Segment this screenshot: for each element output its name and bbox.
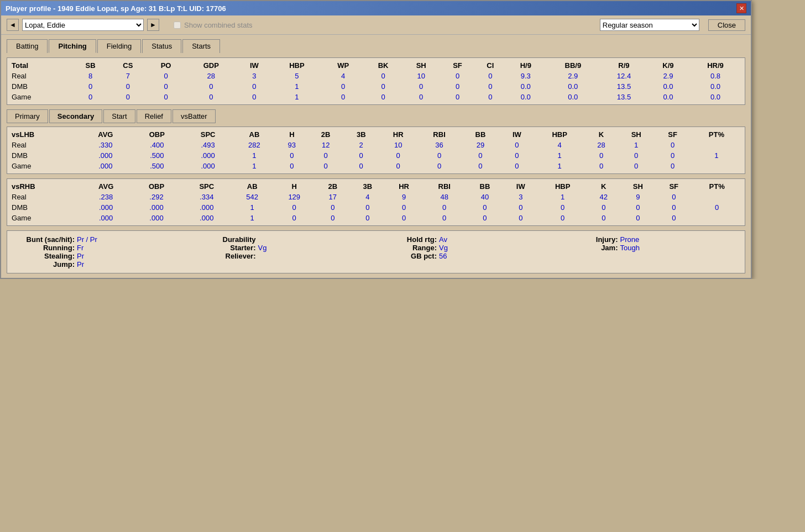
gb-pct-label: GB pct: bbox=[376, 252, 437, 260]
hold-rtg-label: Hold rtg: bbox=[376, 235, 437, 244]
combined-stats-checkbox[interactable] bbox=[174, 22, 181, 29]
vslhb-game: Game .000 .500 .000 1 0 0 0 0 0 0 0 1 0 bbox=[9, 161, 743, 171]
col-k9: K/9 bbox=[648, 60, 688, 71]
subtab-secondary[interactable]: Secondary bbox=[49, 109, 102, 123]
subtabs: Primary Secondary Start Relief vsBatter bbox=[7, 109, 745, 123]
combined-stats-label: Show combined stats bbox=[184, 21, 253, 29]
col-bb9: BB/9 bbox=[546, 60, 600, 71]
hold-rtg-value: Av bbox=[439, 235, 447, 244]
starter-row: Starter: Vg bbox=[195, 244, 377, 252]
row-label: Game bbox=[9, 92, 72, 102]
subtab-vsbatter[interactable]: vsBatter bbox=[172, 109, 216, 123]
col-total: Total bbox=[9, 60, 72, 71]
jam-row: Jam: Tough bbox=[557, 244, 739, 252]
player-info-section: Bunt (sac/hit): Pr / Pr Running: Fr Stea… bbox=[7, 230, 745, 273]
col-sh: SH bbox=[402, 60, 440, 71]
season-select[interactable]: Regular season bbox=[600, 19, 699, 31]
tab-batting[interactable]: Batting bbox=[7, 39, 48, 53]
info-col-1: Bunt (sac/hit): Pr / Pr Running: Fr Stea… bbox=[14, 235, 195, 268]
range-label: Range: bbox=[376, 244, 437, 252]
vslhb-dmb: DMB .000 .500 .000 1 0 0 0 0 0 0 0 1 0 bbox=[9, 150, 743, 161]
close-window-button[interactable]: ✕ bbox=[736, 3, 746, 13]
gb-pct-value: 56 bbox=[439, 252, 447, 260]
col-wp: WP bbox=[322, 60, 364, 71]
col-cs: CS bbox=[109, 60, 147, 71]
range-value: Vg bbox=[439, 244, 448, 252]
jump-value: Pr bbox=[77, 260, 84, 268]
vsrhb-real: Real .238 .292 .334 542 129 17 4 9 48 40… bbox=[9, 192, 743, 202]
col-gdp: GDP bbox=[185, 60, 237, 71]
col-r9: R/9 bbox=[600, 60, 648, 71]
vslhb-header: vsLHB AVG OBP SPC AB H 2B 3B HR RBI BB I… bbox=[9, 129, 743, 140]
row-label: DMB bbox=[9, 81, 72, 92]
col-bk: BK bbox=[364, 60, 402, 71]
col-sf: SF bbox=[440, 60, 475, 71]
injury-label: Injury: bbox=[557, 235, 618, 244]
bunt-row: Bunt (sac/hit): Pr / Pr bbox=[14, 235, 195, 244]
pitching-row-game: Game 0 0 0 0 0 1 0 0 0 0 0 0.0 0.0 bbox=[9, 92, 743, 102]
injury-row: Injury: Prone bbox=[557, 235, 739, 244]
window-title: Player profile - 1949 Eddie Lopat, sp Ag… bbox=[6, 4, 226, 13]
vsrhb-dmb: DMB .000 .000 .000 1 0 0 0 0 0 0 0 0 0 bbox=[9, 202, 743, 213]
stealing-value: Pr bbox=[77, 252, 84, 260]
durability-label: Durability bbox=[195, 235, 256, 244]
stealing-label: Stealing: bbox=[14, 252, 75, 260]
vsrhb-header: vsRHB AVG OBP SPC AB H 2B 3B HR RBI BB I… bbox=[9, 181, 743, 192]
jam-value: Tough bbox=[620, 244, 640, 252]
hold-rtg-row: Hold rtg: Av bbox=[376, 235, 557, 244]
vslhb-real: Real .330 .400 .493 282 93 12 2 10 36 29… bbox=[9, 140, 743, 150]
reliever-row: Reliever: bbox=[195, 252, 377, 260]
pitching-stats-section: Total SB CS PO GDP IW HBP WP BK SH SF CI… bbox=[7, 57, 745, 105]
range-row: Range: Vg bbox=[376, 244, 557, 252]
content-area: Total SB CS PO GDP IW HBP WP BK SH SF CI… bbox=[1, 53, 751, 278]
stealing-row: Stealing: Pr bbox=[14, 252, 195, 260]
bunt-value: Pr / Pr bbox=[77, 235, 97, 244]
vsrhb-table: vsRHB AVG OBP SPC AB H 2B 3B HR RBI BB I… bbox=[9, 181, 743, 223]
subtab-start[interactable]: Start bbox=[103, 109, 135, 123]
tab-pitching[interactable]: Pitching bbox=[49, 39, 96, 53]
pitching-table-header-row: Total SB CS PO GDP IW HBP WP BK SH SF CI… bbox=[9, 60, 743, 71]
row-label: Real bbox=[9, 71, 72, 81]
vslhb-section: vsLHB AVG OBP SPC AB H 2B 3B HR RBI BB I… bbox=[7, 127, 745, 174]
prev-player-button[interactable]: ◄ bbox=[7, 19, 19, 31]
col-sb: SB bbox=[72, 60, 109, 71]
col-h9: H/9 bbox=[505, 60, 546, 71]
running-label: Running: bbox=[14, 244, 75, 252]
vsrhb-section: vsRHB AVG OBP SPC AB H 2B 3B HR RBI BB I… bbox=[7, 178, 745, 226]
next-player-button[interactable]: ► bbox=[147, 19, 159, 31]
info-col-3: Hold rtg: Av Range: Vg GB pct: 56 bbox=[376, 235, 557, 268]
col-hbp: HBP bbox=[271, 60, 322, 71]
info-col-2: Durability Starter: Vg Reliever: bbox=[195, 235, 377, 268]
pitching-row-dmb: DMB 0 0 0 0 0 1 0 0 0 0 0 0.0 0.0 bbox=[9, 81, 743, 92]
bunt-label: Bunt (sac/hit): bbox=[14, 235, 75, 244]
running-row: Running: Fr bbox=[14, 244, 195, 252]
player-select[interactable]: Lopat, Eddie bbox=[22, 19, 144, 31]
main-tabs: Batting Pitching Fielding Status Starts bbox=[1, 35, 751, 53]
title-bar: Player profile - 1949 Eddie Lopat, sp Ag… bbox=[1, 1, 751, 15]
combined-stats-checkbox-area: Show combined stats bbox=[174, 21, 253, 29]
subtab-relief[interactable]: Relief bbox=[137, 109, 171, 123]
starter-value: Vg bbox=[258, 244, 267, 252]
starter-label: Starter: bbox=[195, 244, 256, 252]
subtab-primary[interactable]: Primary bbox=[7, 109, 48, 123]
col-po: PO bbox=[147, 60, 185, 71]
vsrhb-game: Game .000 .000 .000 1 0 0 0 0 0 0 0 0 0 bbox=[9, 213, 743, 223]
title-bar-controls: ✕ bbox=[736, 3, 746, 13]
tab-starts[interactable]: Starts bbox=[182, 39, 220, 53]
info-col-4: Injury: Prone Jam: Tough bbox=[557, 235, 739, 268]
jump-label: Jump: bbox=[14, 260, 75, 268]
durability-row: Durability bbox=[195, 235, 377, 244]
toolbar: ◄ Lopat, Eddie ► Show combined stats Reg… bbox=[1, 15, 751, 35]
jump-row: Jump: Pr bbox=[14, 260, 195, 268]
gb-pct-row: GB pct: 56 bbox=[376, 252, 557, 260]
tab-status[interactable]: Status bbox=[142, 39, 181, 53]
vslhb-table: vsLHB AVG OBP SPC AB H 2B 3B HR RBI BB I… bbox=[9, 129, 743, 171]
col-iw: IW bbox=[237, 60, 271, 71]
close-button[interactable]: Close bbox=[708, 19, 745, 31]
reliever-label: Reliever: bbox=[195, 252, 256, 260]
tab-fielding[interactable]: Fielding bbox=[97, 39, 142, 53]
jam-label: Jam: bbox=[557, 244, 618, 252]
running-value: Fr bbox=[77, 244, 83, 252]
col-ci: CI bbox=[475, 60, 506, 71]
pitching-table: Total SB CS PO GDP IW HBP WP BK SH SF CI… bbox=[9, 60, 743, 102]
